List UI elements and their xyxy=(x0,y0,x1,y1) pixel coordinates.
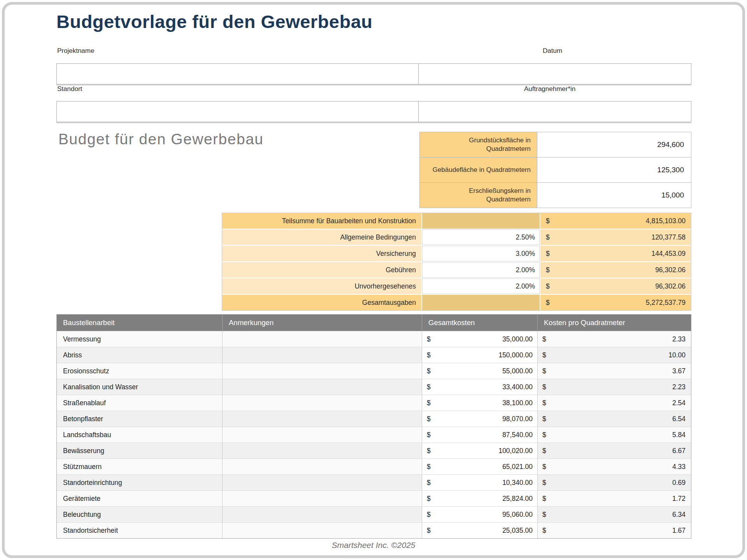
area-value-cell[interactable]: 294,600 xyxy=(537,132,691,157)
total-amount: 87,540.00 xyxy=(502,431,533,439)
total-cost-cell[interactable]: $65,021.00 xyxy=(422,459,537,474)
date-field[interactable] xyxy=(418,64,691,84)
total-amount: 55,000.00 xyxy=(502,367,533,375)
currency-symbol: $ xyxy=(546,299,550,307)
summary-value-cell: $ 120,377.58 xyxy=(540,229,691,245)
currency-symbol: $ xyxy=(427,431,431,439)
total-amount: 95,060.00 xyxy=(502,511,533,519)
summary-row-insurance: Versicherung 3.00% $ 144,453.09 xyxy=(222,245,691,261)
total-cost-cell[interactable]: $33,400.00 xyxy=(422,379,537,395)
per-sqm-cell: $5.84 xyxy=(537,427,691,443)
summary-row-subtotal: Teilsumme für Bauarbeiten und Konstrukti… xyxy=(222,213,691,229)
per-sqm-amount: 1.67 xyxy=(672,527,686,535)
total-amount: 10,340.00 xyxy=(502,479,533,487)
column-header-total: Gesamtkosten xyxy=(422,315,537,331)
area-label: Erschließungskern in Quadratmetern xyxy=(420,183,537,208)
total-amount: 33,400.00 xyxy=(502,383,533,391)
location-field[interactable] xyxy=(57,102,418,122)
summary-row-general-conditions: Allgemeine Bedingungen 2.50% $ 120,377.5… xyxy=(222,229,691,245)
summary-row-fees: Gebühren 2.00% $ 96,302.06 xyxy=(222,261,691,278)
total-cost-cell[interactable]: $38,100.00 xyxy=(422,395,537,411)
area-value-cell[interactable]: 125,300 xyxy=(537,158,691,182)
location-label: Standort xyxy=(57,85,82,93)
note-cell[interactable] xyxy=(222,507,422,522)
total-cost-cell[interactable]: $150,000.00 xyxy=(422,347,537,363)
total-cost-cell[interactable]: $25,824.00 xyxy=(422,491,537,506)
per-sqm-amount: 6.67 xyxy=(672,447,686,455)
per-sqm-cell: $3.67 xyxy=(537,363,691,379)
summary-percent-cell[interactable]: 2.00% xyxy=(421,278,540,294)
total-cost-cell[interactable]: $100,020.00 xyxy=(422,443,537,458)
currency-symbol: $ xyxy=(546,233,550,242)
area-label: Gebäudefläche in Quadratmetern xyxy=(420,158,537,182)
summary-table: Teilsumme für Bauarbeiten und Konstrukti… xyxy=(222,213,691,311)
note-cell[interactable] xyxy=(222,459,422,474)
project-name-field[interactable] xyxy=(57,64,418,84)
column-header-per-sqm: Kosten pro Quadratmeter xyxy=(537,315,691,331)
note-cell[interactable] xyxy=(222,395,422,411)
currency-symbol: $ xyxy=(427,335,431,343)
table-row: Gerätemiete $25,824.00 $1.72 xyxy=(57,490,691,506)
task-cell: Kanalisation und Wasser xyxy=(57,379,222,395)
task-cell: Betonpflaster xyxy=(57,411,222,427)
area-table: Grundstücksfläche in Quadratmetern 294,6… xyxy=(419,132,691,208)
task-cell: Straßenablauf xyxy=(57,395,222,411)
currency-symbol: $ xyxy=(546,250,550,258)
summary-percent-cell[interactable]: 2.50% xyxy=(421,229,540,245)
total-cost-cell[interactable]: $10,340.00 xyxy=(422,475,537,490)
note-cell[interactable] xyxy=(222,475,422,490)
area-row-plot: Grundstücksfläche in Quadratmetern 294,6… xyxy=(420,132,691,158)
task-cell: Stützmauern xyxy=(57,459,222,474)
currency-symbol: $ xyxy=(542,335,546,343)
table-row: Betonpflaster $98,070.00 $6.54 xyxy=(57,411,691,427)
currency-symbol: $ xyxy=(542,447,546,455)
currency-symbol: $ xyxy=(427,479,431,487)
total-amount: 35,000.00 xyxy=(502,335,533,343)
total-cost-cell[interactable]: $55,000.00 xyxy=(422,363,537,379)
summary-percent-cell xyxy=(421,213,540,229)
area-value-cell[interactable]: 15,000 xyxy=(537,183,691,208)
note-cell[interactable] xyxy=(222,443,422,458)
note-cell[interactable] xyxy=(222,523,422,538)
summary-amount: 4,815,103.00 xyxy=(646,217,686,225)
currency-symbol: $ xyxy=(542,511,546,519)
currency-symbol: $ xyxy=(427,351,431,359)
currency-symbol: $ xyxy=(427,527,431,535)
task-cell: Bewässerung xyxy=(57,443,222,458)
currency-symbol: $ xyxy=(542,351,546,359)
total-cost-cell[interactable]: $95,060.00 xyxy=(422,507,537,522)
note-cell[interactable] xyxy=(222,379,422,395)
currency-symbol: $ xyxy=(427,383,431,391)
currency-symbol: $ xyxy=(542,399,546,407)
note-cell[interactable] xyxy=(222,347,422,363)
contractor-field[interactable] xyxy=(418,102,691,122)
column-header-notes: Anmerkungen xyxy=(222,315,422,331)
table-row: Erosionsschutz $55,000.00 $3.67 xyxy=(57,363,691,379)
task-cell: Gerätemiete xyxy=(57,491,222,506)
summary-label: Teilsumme für Bauarbeiten und Konstrukti… xyxy=(222,213,421,229)
summary-value-cell: $ 96,302.06 xyxy=(540,262,691,278)
total-cost-cell[interactable]: $98,070.00 xyxy=(422,411,537,427)
summary-percent-cell[interactable]: 3.00% xyxy=(421,246,540,261)
task-cell: Landschaftsbau xyxy=(57,427,222,443)
per-sqm-cell: $2.54 xyxy=(537,395,691,411)
note-cell[interactable] xyxy=(222,331,422,347)
total-cost-cell[interactable]: $25,035.00 xyxy=(422,523,537,538)
currency-symbol: $ xyxy=(542,463,546,471)
total-cost-cell[interactable]: $35,000.00 xyxy=(422,331,537,347)
total-cost-cell[interactable]: $87,540.00 xyxy=(422,427,537,443)
table-row: Stützmauern $65,021.00 $4.33 xyxy=(57,458,691,474)
note-cell[interactable] xyxy=(222,491,422,506)
note-cell[interactable] xyxy=(222,427,422,443)
per-sqm-cell: $1.72 xyxy=(537,491,691,506)
per-sqm-amount: 4.33 xyxy=(672,463,686,471)
summary-value-cell: $ 96,302.06 xyxy=(540,278,691,294)
currency-symbol: $ xyxy=(542,479,546,487)
per-sqm-cell: $2.33 xyxy=(537,331,691,347)
total-amount: 98,070.00 xyxy=(502,415,533,423)
summary-percent-cell[interactable]: 2.00% xyxy=(421,262,540,278)
note-cell[interactable] xyxy=(222,363,422,379)
note-cell[interactable] xyxy=(222,411,422,427)
per-sqm-cell: $6.67 xyxy=(537,443,691,458)
table-row: Straßenablauf $38,100.00 $2.54 xyxy=(57,395,691,411)
